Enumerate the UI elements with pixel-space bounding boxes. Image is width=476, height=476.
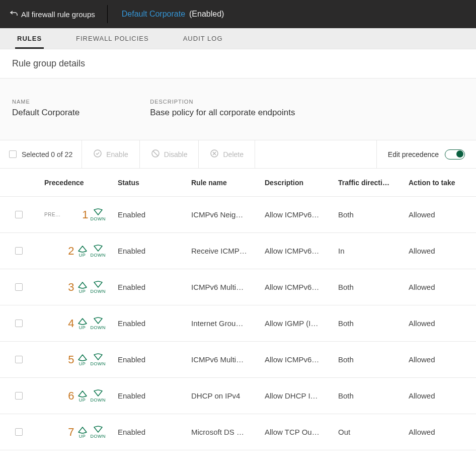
edit-precedence-label: Edit precedence <box>388 150 439 158</box>
name-value: Default Corporate <box>12 108 80 118</box>
move-down-button[interactable]: DOWN <box>91 208 106 221</box>
selected-count: Selected 0 of 22 <box>22 150 72 158</box>
traffic-direction-cell: Both <box>332 355 403 364</box>
row-checkbox[interactable] <box>15 283 23 291</box>
move-down-button[interactable]: DOWN <box>91 281 106 294</box>
table-header-row: Precedence Status Rule name Description … <box>0 169 476 197</box>
action-cell: Allowed <box>403 428 476 436</box>
rule-name-cell: Receive ICMP… <box>185 247 259 255</box>
precedence-number: 3 <box>68 281 74 294</box>
col-traffic-direction[interactable]: Traffic directi… <box>332 179 403 187</box>
status-cell: Enabled <box>112 428 185 436</box>
status-cell: Enabled <box>112 283 185 291</box>
status-cell: Enabled <box>112 247 185 255</box>
enable-label: Enable <box>106 150 128 158</box>
table-row: 5UPDOWNEnabledICMPv6 Multi…Allow ICMPv6…… <box>0 342 476 378</box>
rule-name-cell: Microsoft DS … <box>185 428 259 436</box>
edit-precedence-toggle[interactable] <box>445 149 465 160</box>
traffic-direction-cell: In <box>332 247 403 255</box>
col-status[interactable]: Status <box>112 179 185 187</box>
disable-button[interactable]: Disable <box>140 140 199 168</box>
traffic-direction-cell: Both <box>332 319 403 328</box>
description-cell: Allow DHCP I… <box>259 391 332 400</box>
action-cell: Allowed <box>403 355 476 364</box>
delete-label: Delete <box>223 150 243 158</box>
check-circle-icon <box>93 149 102 160</box>
row-checkbox[interactable] <box>15 392 23 400</box>
row-checkbox[interactable] <box>15 428 23 436</box>
move-up-button[interactable]: UP <box>76 281 89 294</box>
row-checkbox[interactable] <box>15 356 23 363</box>
toolbar-spacer <box>255 140 377 168</box>
move-up-button[interactable]: UP <box>76 245 89 258</box>
col-description[interactable]: Description <box>259 179 332 187</box>
description-value: Base policy for all corporate endpoints <box>150 108 295 118</box>
select-all-block: Selected 0 of 22 <box>0 140 82 168</box>
tab-rules[interactable]: RULES <box>15 29 44 49</box>
group-state: (Enabled) <box>189 10 224 19</box>
table-row: PRE…1DOWNEnabledICMPv6 Neig…Allow ICMPv6… <box>0 197 476 233</box>
status-cell: Enabled <box>112 210 185 219</box>
edit-precedence-block: Edit precedence <box>377 140 476 168</box>
topbar: All firewall rule groups Default Corpora… <box>0 0 476 28</box>
disable-label: Disable <box>164 150 188 158</box>
rules-table: Precedence Status Rule name Description … <box>0 169 476 450</box>
row-checkbox[interactable] <box>15 320 23 327</box>
description-label: DESCRIPTION <box>150 99 295 105</box>
row-checkbox[interactable] <box>15 211 23 218</box>
traffic-direction-cell: Both <box>332 210 403 219</box>
move-down-button[interactable]: DOWN <box>91 389 106 403</box>
precedence-number: 1 <box>82 208 88 221</box>
move-down-button[interactable]: DOWN <box>91 245 106 258</box>
precedence-cell: 2UPDOWN <box>38 245 112 258</box>
description-cell: Allow ICMPv6… <box>259 247 332 255</box>
name-label: NAME <box>12 99 80 105</box>
move-up-button[interactable]: UP <box>76 317 89 330</box>
delete-button[interactable]: Delete <box>199 140 255 168</box>
table-row: 2UPDOWNEnabledReceive ICMP…Allow ICMPv6…… <box>0 233 476 269</box>
group-name-link[interactable]: Default Corporate <box>122 10 185 19</box>
row-checkbox-cell <box>0 428 38 436</box>
topbar-divider <box>107 5 108 23</box>
col-rule-name[interactable]: Rule name <box>185 179 259 187</box>
description-cell: Allow ICMPv6… <box>259 283 332 291</box>
precedence-number: 4 <box>68 317 74 330</box>
traffic-direction-cell: Both <box>332 391 403 400</box>
precedence-number: 7 <box>68 426 74 439</box>
tabbar: RULES FIREWALL POLICIES AUDIT LOG <box>0 28 476 49</box>
row-checkbox[interactable] <box>15 247 23 255</box>
details-panel: NAME Default Corporate DESCRIPTION Base … <box>0 78 476 140</box>
status-cell: Enabled <box>112 391 185 400</box>
description-cell: Allow ICMPv6… <box>259 210 332 219</box>
col-precedence[interactable]: Precedence <box>38 179 112 187</box>
col-action[interactable]: Action to take <box>403 179 476 187</box>
select-all-checkbox[interactable] <box>9 150 17 158</box>
move-down-button[interactable]: DOWN <box>91 426 106 439</box>
move-down-button[interactable]: DOWN <box>91 317 106 330</box>
precedence-cell: 3UPDOWN <box>38 281 112 294</box>
row-checkbox-cell <box>0 211 38 218</box>
description-cell: Allow TCP Ou… <box>259 428 332 436</box>
rule-name-cell: Internet Grou… <box>185 319 259 328</box>
enable-button[interactable]: Enable <box>82 140 140 168</box>
move-up-button[interactable]: UP <box>76 426 89 439</box>
action-cell: Allowed <box>403 283 476 291</box>
table-row: 4UPDOWNEnabledInternet Grou…Allow IGMP (… <box>0 305 476 342</box>
precedence-number: 2 <box>68 245 74 258</box>
action-cell: Allowed <box>403 391 476 400</box>
move-down-button[interactable]: DOWN <box>91 353 106 366</box>
tab-firewall-policies[interactable]: FIREWALL POLICIES <box>74 29 151 49</box>
back-label: All firewall rule groups <box>21 10 95 19</box>
precedence-cell: PRE…1DOWN <box>38 208 112 221</box>
back-to-groups[interactable]: All firewall rule groups <box>10 5 107 23</box>
precedence-cell: 6UPDOWN <box>38 389 112 403</box>
move-up-button[interactable]: UP <box>76 353 89 366</box>
tab-audit-log[interactable]: AUDIT LOG <box>181 29 225 49</box>
move-up-button[interactable]: UP <box>76 389 89 403</box>
status-cell: Enabled <box>112 319 185 328</box>
rule-name-cell: ICMPv6 Multi… <box>185 283 259 291</box>
undo-back-icon <box>10 10 18 19</box>
row-checkbox-cell <box>0 356 38 363</box>
table-row: 7UPDOWNEnabledMicrosoft DS …Allow TCP Ou… <box>0 414 476 450</box>
precedence-badge: PRE… <box>44 212 61 217</box>
